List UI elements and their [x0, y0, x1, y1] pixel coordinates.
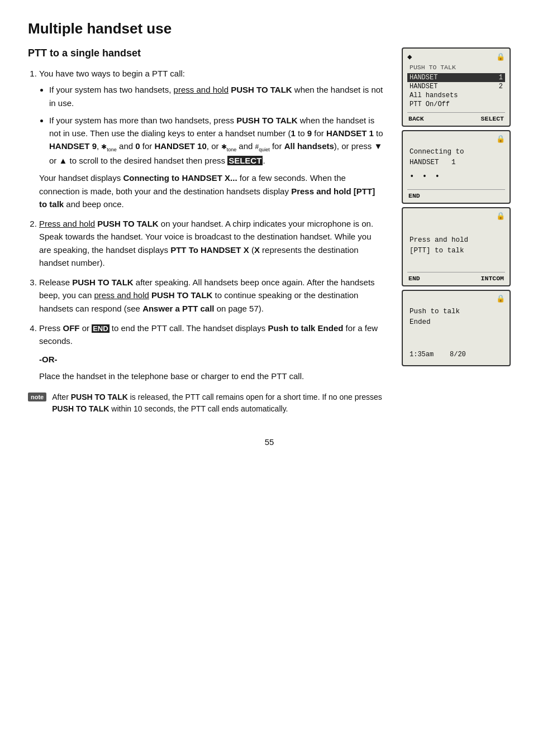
step-1-indent: Your handset displays Connecting to HAND…: [39, 171, 385, 210]
up-arrow-icon: ◆: [407, 52, 412, 61]
page-title: Multiple handset use: [28, 20, 511, 37]
bullet-2: If your system has more than two handset…: [49, 114, 385, 168]
lock-icon-2: 🔒: [496, 135, 505, 143]
press-hold-text: press and hold: [174, 85, 229, 94]
note-text: After PUSH TO TALK is released, the PTT …: [52, 391, 385, 415]
end-button-2: END: [407, 192, 421, 199]
screen-1-title: PUSH TO TALK: [407, 64, 505, 71]
lock-icon-4: 🔒: [496, 294, 505, 303]
lock-icon-1: 🔒: [496, 52, 505, 61]
lock-icon-3: 🔒: [496, 212, 505, 221]
device-screens: ◆ 🔒 PUSH TO TALK HANDSET1 HANDSET2 All h…: [402, 47, 511, 415]
step-2: Press and hold PUSH TO TALK on your hand…: [39, 217, 385, 269]
screen-3-body: Press and hold [PTT] to talk: [407, 223, 505, 269]
push-to-talk-1: PUSH TO TALK: [231, 85, 292, 94]
screen-2-buttons: END: [407, 189, 505, 199]
menu-item-handset-1: HANDSET1: [407, 73, 505, 82]
section-subtitle: PTT to a single handset: [28, 47, 385, 59]
screen-3: 🔒 Press and hold [PTT] to talk END INTCO…: [402, 207, 511, 286]
or-text: Place the handset in the telephone base …: [39, 370, 385, 382]
step-1: You have two ways to begin a PTT call: I…: [39, 67, 385, 210]
end-button-3: END: [407, 275, 421, 282]
screen-4: 🔒 Push to talk Ended 1:35am 8/20: [402, 290, 511, 366]
steps-list: You have two ways to begin a PTT call: I…: [28, 67, 385, 382]
step-1-intro: You have two ways to begin a PTT call:: [39, 69, 185, 78]
screen-4-time: 1:35am 8/20: [410, 351, 466, 358]
screen-4-body: Push to talk Ended 1:35am 8/20: [407, 305, 505, 362]
note-box: note After PUSH TO TALK is released, the…: [28, 391, 385, 415]
step-3: Release PUSH TO TALK after speaking. All…: [39, 276, 385, 315]
page-number: 55: [28, 437, 511, 447]
back-button: BACK: [407, 115, 425, 122]
screen-1: ◆ 🔒 PUSH TO TALK HANDSET1 HANDSET2 All h…: [402, 47, 511, 127]
menu-item-all-handsets: All handsets: [407, 91, 505, 100]
note-label: note: [28, 393, 46, 401]
step-1-bullets: If your system has two handsets, press a…: [39, 83, 385, 167]
main-content: PTT to a single handset You have two way…: [28, 47, 402, 415]
select-button: SELECT: [480, 115, 505, 122]
menu-item-handset-2: HANDSET2: [407, 82, 505, 91]
screen-3-buttons: END INTCOM: [407, 272, 505, 282]
or-block: -OR-: [39, 353, 385, 366]
push-to-talk-2: PUSH TO TALK: [236, 116, 297, 125]
end-button-text: END: [92, 324, 109, 333]
screen-1-buttons: BACK SELECT: [407, 112, 505, 122]
select-button-text: SELECT: [227, 156, 263, 165]
press-hold-2: Press and hold: [39, 219, 95, 228]
screen-2-body: Connecting to HANDSET 1 • • •: [407, 146, 505, 186]
menu-item-ptt-onoff: PTT On/Off: [407, 100, 505, 109]
bullet-1: If your system has two handsets, press a…: [49, 83, 385, 109]
intcom-button: INTCOM: [480, 275, 505, 282]
step-4: Press OFF or END to end the PTT call. Th…: [39, 322, 385, 382]
screen-2: 🔒 Connecting to HANDSET 1 • • • END: [402, 130, 511, 204]
dots-indicator: • • •: [410, 171, 503, 183]
